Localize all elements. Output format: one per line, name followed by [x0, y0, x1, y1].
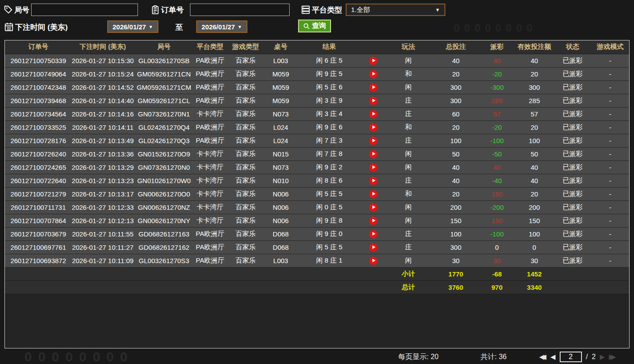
play-icon[interactable]: [369, 84, 377, 92]
round-id-input[interactable]: [31, 4, 138, 16]
play-icon[interactable]: [369, 97, 377, 105]
platform-cell: PA欧洲厅: [194, 134, 226, 147]
game-mode-cell: -: [591, 214, 629, 227]
replay-cell: [362, 174, 384, 187]
table-no-cell: N006: [265, 214, 296, 227]
valid-bet-cell: 30: [515, 254, 554, 267]
game-mode-cell: -: [591, 80, 629, 94]
result-cell: 闲 9 庄 5: [296, 67, 362, 80]
table-row: 260127100693872 2026-01-27 10:11:09 GL00…: [5, 254, 629, 267]
order-id-cell: 260127100749064: [5, 67, 72, 80]
game-type-cell: 百家乐: [226, 200, 265, 214]
date-to-picker[interactable]: 2026/01/27 ▼: [196, 20, 247, 33]
status-badge: 已派彩: [554, 160, 591, 174]
replay-cell: [362, 134, 384, 147]
payout-cell: -40: [479, 174, 515, 187]
status-badge: 已派彩: [554, 80, 591, 94]
result-cell: 闲 7 庄 3: [296, 134, 362, 147]
prev-page-icon[interactable]: ◀: [550, 353, 556, 361]
table-body: 260127100750339 2026-01-27 10:15:30 GL00…: [5, 54, 629, 267]
platform-cell: PA欧洲厅: [194, 240, 226, 254]
status-badge: 已派彩: [554, 54, 591, 67]
play-icon[interactable]: [369, 217, 377, 225]
search-button[interactable]: 查询: [298, 20, 331, 32]
chevron-down-icon: ▼: [149, 24, 153, 29]
play-icon[interactable]: [369, 124, 377, 132]
last-page-icon[interactable]: ▶▶: [609, 353, 616, 361]
play-icon[interactable]: [369, 190, 377, 198]
payout-cell: -100: [479, 227, 515, 240]
order-id-cell: 260127100726240: [5, 147, 72, 160]
table-no-cell: N006: [265, 187, 296, 200]
platform-cell: PA欧洲厅: [194, 120, 226, 134]
table-row: 260127100742348 2026-01-27 10:14:52 GM05…: [5, 80, 629, 94]
valid-bet-cell: 20: [515, 120, 554, 134]
replay-cell: [362, 67, 384, 80]
play-icon[interactable]: [369, 57, 377, 65]
total-bet-cell: 100: [432, 134, 479, 147]
valid-bet-cell: 57: [515, 107, 554, 120]
game-mode-cell: -: [591, 187, 629, 200]
play-icon[interactable]: [369, 110, 377, 118]
order-id-input[interactable]: [190, 4, 290, 16]
next-page-icon[interactable]: ▶: [600, 353, 605, 361]
grand-total-payout: 970: [479, 280, 515, 294]
bet-records-table: 订单号下注时间 (美东)局号平台类型游戏类型桌号结果玩法总投注派彩有效投注额状态…: [4, 40, 630, 348]
play-icon[interactable]: [369, 70, 377, 78]
replay-cell: [362, 54, 384, 67]
valid-bet-cell: 50: [515, 147, 554, 160]
play-icon[interactable]: [369, 164, 377, 172]
order-id-cell: 260127100739468: [5, 94, 72, 107]
game-type-cell: 百家乐: [226, 254, 265, 267]
total-bet-cell: 40: [432, 54, 479, 67]
status-badge: 已派彩: [554, 200, 591, 214]
game-mode-cell: -: [591, 160, 629, 174]
result-cell: 闲 9 庄 8: [296, 214, 362, 227]
play-icon[interactable]: [369, 257, 377, 265]
column-header: 局号: [134, 40, 194, 54]
platform-cell: 卡卡湾厅: [194, 200, 226, 214]
play-icon[interactable]: [369, 177, 377, 185]
payout-cell: -20: [479, 120, 515, 134]
platform-cell: 卡卡湾厅: [194, 187, 226, 200]
platform-cell: PA欧洲厅: [194, 254, 226, 267]
replay-cell: [362, 147, 384, 160]
game-mode-cell: -: [591, 134, 629, 147]
replay-cell: [362, 254, 384, 267]
round-id-cell: GN015261270O9: [134, 147, 194, 160]
play-icon[interactable]: [369, 150, 377, 158]
tag-icon: [4, 5, 13, 15]
total-bet-cell: 40: [432, 160, 479, 174]
game-type-cell: 百家乐: [226, 120, 265, 134]
platform-cell: 卡卡湾厅: [194, 174, 226, 187]
play-icon[interactable]: [369, 204, 377, 212]
order-id-cell: 260127100711731: [5, 200, 72, 214]
bet-time-cell: 2026-01-27 10:11:09: [72, 254, 134, 267]
first-page-icon[interactable]: ◀◀: [539, 353, 546, 361]
replay-cell: [362, 187, 384, 200]
total-bet-cell: 20: [432, 67, 479, 80]
replay-cell: [362, 120, 384, 134]
bet-time-cell: 2026-01-27 10:13:29: [72, 160, 134, 174]
result-cell: 闲 0 庄 5: [296, 200, 362, 214]
date-from-picker[interactable]: 2026/01/27 ▼: [107, 20, 158, 33]
valid-bet-cell: 100: [515, 227, 554, 240]
result-cell: 闲 9 庄 0: [296, 227, 362, 240]
table-no-cell: L003: [265, 254, 296, 267]
replay-cell: [362, 214, 384, 227]
valid-bet-cell: 300: [515, 80, 554, 94]
chevron-down-icon: ▼: [238, 24, 242, 29]
round-id-cell: GM059261271CM: [134, 80, 194, 94]
play-icon[interactable]: [369, 244, 377, 252]
subtotal-total-bet: 1770: [432, 267, 479, 280]
total-bet-cell: 300: [432, 80, 479, 94]
replay-cell: [362, 160, 384, 174]
page-number-input[interactable]: [560, 352, 582, 362]
play-icon[interactable]: [369, 230, 377, 238]
platform-type-select[interactable]: 1.全部 ▼: [346, 4, 445, 16]
game-type-cell: 百家乐: [226, 240, 265, 254]
play-icon[interactable]: [369, 137, 377, 145]
result-cell: 闲 7 庄 8: [296, 147, 362, 160]
game-mode-cell: -: [591, 54, 629, 67]
play-type-cell: 和: [384, 187, 432, 200]
